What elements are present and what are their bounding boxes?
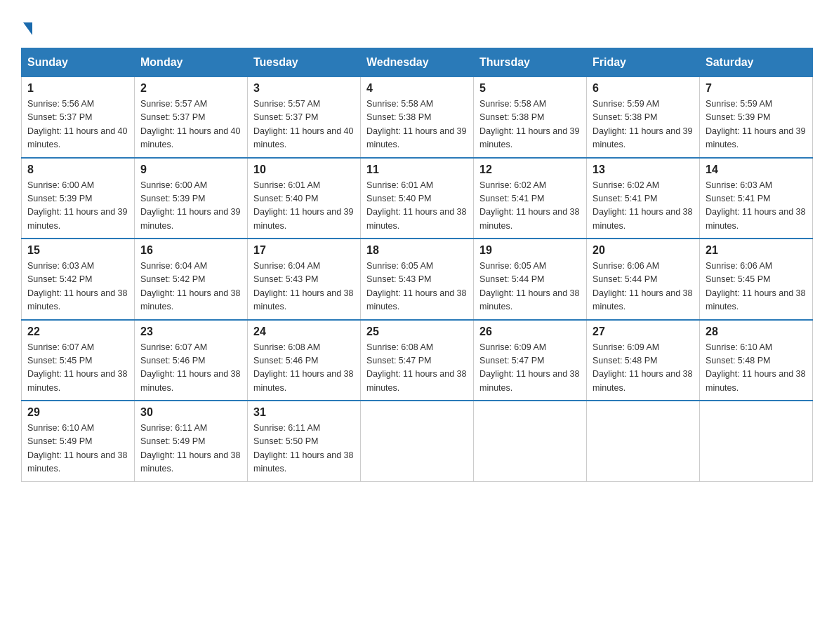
day-number: 8 [27, 163, 128, 176]
day-number: 31 [253, 406, 355, 419]
header-monday: Monday [135, 48, 248, 76]
day-info: Sunrise: 6:04 AMSunset: 5:43 PMDaylight:… [253, 260, 355, 314]
day-number: 18 [366, 244, 468, 257]
header-tuesday: Tuesday [248, 48, 361, 76]
calendar-cell: 15Sunrise: 6:03 AMSunset: 5:42 PMDayligh… [22, 239, 135, 320]
calendar-table: SundayMondayTuesdayWednesdayThursdayFrid… [21, 48, 813, 482]
calendar-cell: 30Sunrise: 6:11 AMSunset: 5:49 PMDayligh… [135, 401, 248, 481]
day-number: 3 [253, 82, 355, 95]
day-info: Sunrise: 6:06 AMSunset: 5:45 PMDaylight:… [706, 260, 807, 314]
calendar-cell [587, 401, 700, 481]
week-row-1: 1Sunrise: 5:56 AMSunset: 5:37 PMDaylight… [22, 76, 813, 158]
calendar-cell: 26Sunrise: 6:09 AMSunset: 5:47 PMDayligh… [474, 320, 587, 401]
calendar-cell: 19Sunrise: 6:05 AMSunset: 5:44 PMDayligh… [474, 239, 587, 320]
page-header [21, 21, 813, 34]
day-info: Sunrise: 6:05 AMSunset: 5:44 PMDaylight:… [479, 260, 581, 314]
calendar-cell: 9Sunrise: 6:00 AMSunset: 5:39 PMDaylight… [135, 158, 248, 239]
day-info: Sunrise: 6:08 AMSunset: 5:47 PMDaylight:… [366, 341, 468, 396]
day-info: Sunrise: 5:59 AMSunset: 5:38 PMDaylight:… [593, 98, 694, 152]
day-info: Sunrise: 5:57 AMSunset: 5:37 PMDaylight:… [253, 98, 355, 152]
day-number: 22 [27, 326, 128, 338]
day-number: 13 [593, 163, 694, 176]
day-number: 14 [706, 163, 807, 176]
header-thursday: Thursday [474, 48, 587, 76]
day-number: 10 [253, 163, 355, 176]
day-number: 28 [706, 326, 807, 338]
week-row-2: 8Sunrise: 6:00 AMSunset: 5:39 PMDaylight… [22, 158, 813, 239]
day-info: Sunrise: 6:10 AMSunset: 5:48 PMDaylight:… [706, 341, 807, 396]
day-number: 5 [479, 82, 581, 95]
day-info: Sunrise: 6:04 AMSunset: 5:42 PMDaylight:… [140, 260, 241, 314]
calendar-cell: 20Sunrise: 6:06 AMSunset: 5:44 PMDayligh… [587, 239, 700, 320]
calendar-cell: 24Sunrise: 6:08 AMSunset: 5:46 PMDayligh… [248, 320, 361, 401]
calendar-cell: 5Sunrise: 5:58 AMSunset: 5:38 PMDaylight… [474, 76, 587, 158]
day-info: Sunrise: 6:11 AMSunset: 5:50 PMDaylight:… [253, 422, 355, 476]
calendar-cell: 27Sunrise: 6:09 AMSunset: 5:48 PMDayligh… [587, 320, 700, 401]
day-info: Sunrise: 6:07 AMSunset: 5:46 PMDaylight:… [140, 341, 241, 396]
day-number: 11 [366, 163, 468, 176]
day-number: 2 [140, 82, 241, 95]
day-number: 6 [593, 82, 694, 95]
week-row-5: 29Sunrise: 6:10 AMSunset: 5:49 PMDayligh… [22, 401, 813, 481]
header-friday: Friday [587, 48, 700, 76]
day-number: 7 [706, 82, 807, 95]
day-number: 20 [593, 244, 694, 257]
day-info: Sunrise: 6:02 AMSunset: 5:41 PMDaylight:… [479, 179, 581, 234]
week-row-3: 15Sunrise: 6:03 AMSunset: 5:42 PMDayligh… [22, 239, 813, 320]
calendar-cell [700, 401, 813, 481]
day-info: Sunrise: 6:00 AMSunset: 5:39 PMDaylight:… [27, 179, 128, 234]
day-number: 16 [140, 244, 241, 257]
day-info: Sunrise: 6:08 AMSunset: 5:46 PMDaylight:… [253, 341, 355, 396]
day-info: Sunrise: 6:03 AMSunset: 5:41 PMDaylight:… [706, 179, 807, 234]
day-info: Sunrise: 6:10 AMSunset: 5:49 PMDaylight:… [27, 422, 128, 476]
day-number: 12 [479, 163, 581, 176]
day-number: 30 [140, 406, 241, 419]
day-number: 23 [140, 326, 241, 338]
day-info: Sunrise: 6:05 AMSunset: 5:43 PMDaylight:… [366, 260, 468, 314]
day-info: Sunrise: 6:09 AMSunset: 5:48 PMDaylight:… [593, 341, 694, 396]
day-info: Sunrise: 6:01 AMSunset: 5:40 PMDaylight:… [253, 179, 355, 234]
day-info: Sunrise: 6:02 AMSunset: 5:41 PMDaylight:… [593, 179, 694, 234]
calendar-cell: 17Sunrise: 6:04 AMSunset: 5:43 PMDayligh… [248, 239, 361, 320]
day-info: Sunrise: 5:58 AMSunset: 5:38 PMDaylight:… [479, 98, 581, 152]
calendar-cell: 12Sunrise: 6:02 AMSunset: 5:41 PMDayligh… [474, 158, 587, 239]
calendar-cell: 14Sunrise: 6:03 AMSunset: 5:41 PMDayligh… [700, 158, 813, 239]
logo [21, 21, 32, 34]
header-row: SundayMondayTuesdayWednesdayThursdayFrid… [22, 48, 813, 76]
day-info: Sunrise: 6:03 AMSunset: 5:42 PMDaylight:… [27, 260, 128, 314]
day-number: 24 [253, 326, 355, 338]
day-number: 19 [479, 244, 581, 257]
day-info: Sunrise: 5:59 AMSunset: 5:39 PMDaylight:… [706, 98, 807, 152]
logo-triangle-icon [23, 22, 32, 35]
header-sunday: Sunday [22, 48, 135, 76]
day-info: Sunrise: 5:56 AMSunset: 5:37 PMDaylight:… [27, 98, 128, 152]
header-saturday: Saturday [700, 48, 813, 76]
calendar-cell: 2Sunrise: 5:57 AMSunset: 5:37 PMDaylight… [135, 76, 248, 158]
day-info: Sunrise: 6:00 AMSunset: 5:39 PMDaylight:… [140, 179, 241, 234]
calendar-cell: 7Sunrise: 5:59 AMSunset: 5:39 PMDaylight… [700, 76, 813, 158]
calendar-cell [474, 401, 587, 481]
calendar-cell: 8Sunrise: 6:00 AMSunset: 5:39 PMDaylight… [22, 158, 135, 239]
day-number: 4 [366, 82, 468, 95]
day-info: Sunrise: 6:01 AMSunset: 5:40 PMDaylight:… [366, 179, 468, 234]
calendar-cell: 28Sunrise: 6:10 AMSunset: 5:48 PMDayligh… [700, 320, 813, 401]
calendar-cell [361, 401, 474, 481]
calendar-cell: 25Sunrise: 6:08 AMSunset: 5:47 PMDayligh… [361, 320, 474, 401]
day-number: 17 [253, 244, 355, 257]
calendar-cell: 11Sunrise: 6:01 AMSunset: 5:40 PMDayligh… [361, 158, 474, 239]
header-wednesday: Wednesday [361, 48, 474, 76]
day-number: 25 [366, 326, 468, 338]
week-row-4: 22Sunrise: 6:07 AMSunset: 5:45 PMDayligh… [22, 320, 813, 401]
day-number: 9 [140, 163, 241, 176]
calendar-cell: 4Sunrise: 5:58 AMSunset: 5:38 PMDaylight… [361, 76, 474, 158]
calendar-cell: 31Sunrise: 6:11 AMSunset: 5:50 PMDayligh… [248, 401, 361, 481]
day-number: 27 [593, 326, 694, 338]
calendar-cell: 3Sunrise: 5:57 AMSunset: 5:37 PMDaylight… [248, 76, 361, 158]
day-info: Sunrise: 6:11 AMSunset: 5:49 PMDaylight:… [140, 422, 241, 476]
calendar-cell: 13Sunrise: 6:02 AMSunset: 5:41 PMDayligh… [587, 158, 700, 239]
calendar-cell: 23Sunrise: 6:07 AMSunset: 5:46 PMDayligh… [135, 320, 248, 401]
day-number: 26 [479, 326, 581, 338]
day-number: 1 [27, 82, 128, 95]
day-number: 21 [706, 244, 807, 257]
day-info: Sunrise: 6:06 AMSunset: 5:44 PMDaylight:… [593, 260, 694, 314]
